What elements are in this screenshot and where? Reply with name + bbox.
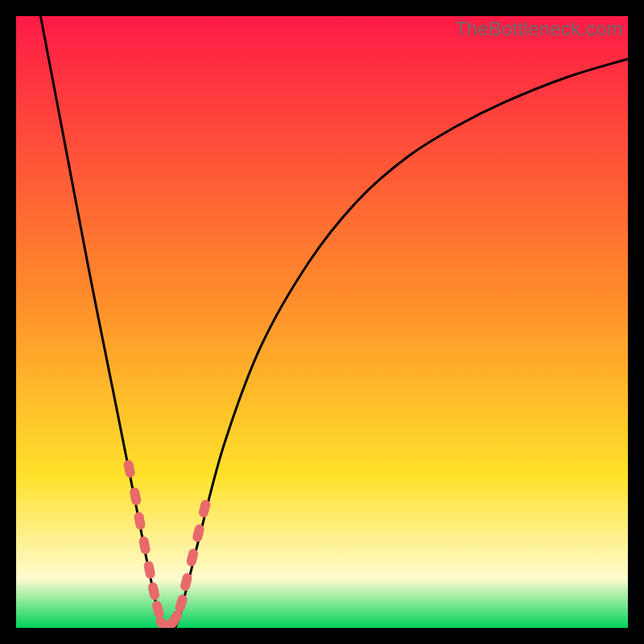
bottleneck-chart xyxy=(16,16,628,628)
gradient-background xyxy=(16,16,628,628)
watermark-text: TheBottleneck.com xyxy=(455,18,623,40)
chart-frame: TheBottleneck.com xyxy=(16,16,628,628)
